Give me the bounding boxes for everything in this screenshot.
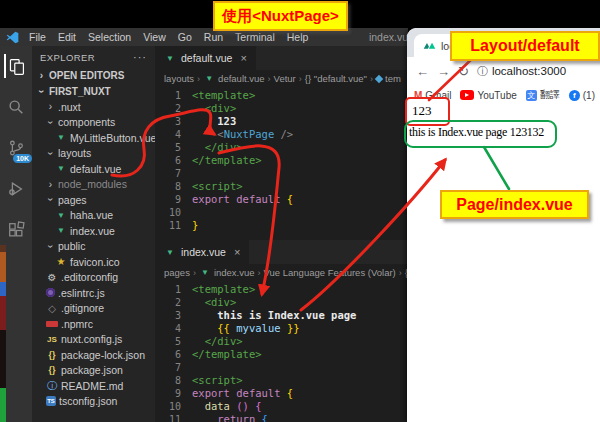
code-line[interactable]: 9export default {: [155, 387, 408, 400]
close-tab-icon[interactable]: ×: [240, 52, 246, 64]
breadcrumb-index-vue[interactable]: pages›▼index.vue›Vue Language Features (…: [155, 264, 408, 281]
code-line[interactable]: 1<template>: [155, 283, 408, 296]
code-line[interactable]: 2 <div>: [155, 296, 408, 309]
code-line[interactable]: 6</template>: [155, 348, 408, 361]
tab-default-vue[interactable]: ▼ default.vue ×: [155, 46, 256, 70]
code-line[interactable]: 4 {{ myvalue }}: [155, 322, 408, 335]
file-.npmrc[interactable]: .npmrc: [32, 316, 155, 332]
code-line[interactable]: 3 123: [155, 115, 408, 128]
ts-file-icon: TS: [46, 396, 56, 406]
file-node_modules[interactable]: ›node_modules: [32, 177, 155, 193]
breadcrumb-segment: layouts: [164, 73, 194, 84]
file-pages[interactable]: ›pages: [32, 192, 155, 208]
file-layouts[interactable]: ›layouts: [32, 146, 155, 162]
breadcrumb-default-vue[interactable]: layouts›▼default.vue›Vetur›{} "default.v…: [155, 70, 408, 87]
file-package-lock.json[interactable]: {}package-lock.json: [32, 347, 155, 363]
file-package.json[interactable]: {}package.json: [32, 363, 155, 379]
vue-file-icon: ▼: [55, 225, 67, 237]
menu-view[interactable]: View: [137, 31, 172, 43]
file-nuxt.config.js[interactable]: JSnuxt.config.js: [32, 332, 155, 348]
line-number: 5: [155, 141, 192, 154]
code-editor-default-vue[interactable]: 1<template>2 <div>3 1234 <NuxtPage />5 <…: [155, 87, 408, 240]
line-number: 1: [155, 89, 192, 102]
bookmark-facebook[interactable]: f(1): [569, 90, 595, 101]
editor-group-index-vue: ▼ index.vue × pages›▼index.vue›Vue Langu…: [155, 240, 408, 422]
code-line[interactable]: 10: [155, 206, 408, 219]
file-README.md[interactable]: ⓘREADME.md: [32, 378, 155, 394]
source-control-icon[interactable]: 10K: [4, 136, 28, 160]
close-tab-icon[interactable]: ×: [234, 246, 240, 258]
code-line[interactable]: 8<script>: [155, 374, 408, 387]
address-bar[interactable]: ⓘ localhost:3000: [477, 64, 566, 79]
menu-edit[interactable]: Edit: [52, 31, 82, 43]
project-root-folder[interactable]: › FIRST_NUXT: [32, 84, 155, 100]
file-index.vue[interactable]: ▼index.vue: [32, 223, 155, 239]
code-line[interactable]: 4 <NuxtPage />: [155, 128, 408, 141]
code-line[interactable]: 6</template>: [155, 154, 408, 167]
code-line[interactable]: 8<script>: [155, 180, 408, 193]
file-components[interactable]: ›components: [32, 115, 155, 131]
info-file-icon: ⓘ: [46, 380, 58, 392]
file-public[interactable]: ›public: [32, 239, 155, 255]
search-icon[interactable]: [4, 95, 28, 119]
annotation-label-page: Page/index.vue: [440, 190, 589, 219]
code-line[interactable]: 3 this is Index.vue page: [155, 309, 408, 322]
file-MyLittleButton.vue[interactable]: ▼MyLittleButton.vue: [32, 130, 155, 146]
site-info-icon[interactable]: ⓘ: [477, 64, 488, 79]
file-favicon.ico[interactable]: ★favicon.ico: [32, 254, 155, 270]
vue-file-icon: ▼: [199, 267, 211, 279]
explorer-icon[interactable]: [4, 54, 28, 78]
extensions-icon[interactable]: [4, 218, 28, 242]
vue-file-icon: ▼: [55, 132, 67, 144]
tab-bar-bottom: ▼ index.vue ×: [155, 240, 408, 264]
desktop-background-sliver: [0, 245, 6, 422]
file-.gitignore[interactable]: ◇.gitignore: [32, 301, 155, 317]
code-line[interactable]: 10 data () {: [155, 400, 408, 413]
line-number: 2: [155, 296, 192, 309]
file-tsconfig.json[interactable]: TStsconfig.json: [32, 394, 155, 410]
vscode-logo-icon: [5, 30, 19, 44]
menu-file[interactable]: File: [23, 31, 52, 43]
open-editors-section[interactable]: › OPEN EDITORS: [32, 68, 155, 84]
menu-terminal[interactable]: Terminal: [229, 31, 281, 43]
code-line[interactable]: 1<template>: [155, 89, 408, 102]
code-line[interactable]: 11 return {: [155, 413, 408, 422]
code-line[interactable]: 5 </div>: [155, 141, 408, 154]
file-default.vue[interactable]: ▼default.vue: [32, 161, 155, 177]
reload-icon[interactable]: ↻: [458, 65, 469, 78]
code-line[interactable]: 7: [155, 361, 408, 374]
code-line[interactable]: 2 <div>: [155, 102, 408, 115]
bookmark-translate[interactable]: 文翻譯: [526, 88, 560, 102]
annotation-label-nuxtpage: 使用<NuxtPage>: [213, 1, 348, 31]
code-line[interactable]: 7: [155, 167, 408, 180]
bookmark-youtube[interactable]: YouTube: [460, 90, 516, 101]
tab-index-vue[interactable]: ▼ index.vue ×: [155, 240, 249, 264]
breadcrumb-separator: ›: [299, 74, 302, 84]
file-.editorconfig[interactable]: ⚙.editorconfig: [32, 270, 155, 286]
line-number: 7: [155, 167, 192, 180]
code-line[interactable]: 9export default {: [155, 193, 408, 206]
file-tree: ›.nuxt›components▼MyLittleButton.vue›lay…: [32, 99, 155, 409]
vscode-menubar: FileEditSelectionViewGoRunTerminalHelp: [23, 31, 314, 43]
file-haha.vue[interactable]: ▼haha.vue: [32, 208, 155, 224]
menu-selection[interactable]: Selection: [82, 31, 137, 43]
code-line[interactable]: 5 </div>: [155, 335, 408, 348]
line-number: 11: [155, 219, 192, 232]
symbol-icon: [375, 74, 383, 82]
screenshot-root: FileEditSelectionViewGoRunTerminalHelp i…: [0, 0, 600, 422]
menu-help[interactable]: Help: [281, 31, 315, 43]
code-editor-index-vue[interactable]: 1<template>2 <div>3 this is Index.vue pa…: [155, 281, 408, 422]
editor-group-default-vue: ▼ default.vue × layouts›▼default.vue›Vet…: [155, 46, 408, 240]
file-.nuxt[interactable]: ›.nuxt: [32, 99, 155, 115]
gear-file-icon: ⚙: [46, 271, 58, 283]
back-icon[interactable]: ←: [416, 65, 429, 78]
run-debug-icon[interactable]: [4, 177, 28, 201]
code-line[interactable]: 11}: [155, 219, 408, 232]
chevron-icon: ›: [45, 242, 56, 251]
menu-go[interactable]: Go: [172, 31, 198, 43]
forward-icon[interactable]: →: [437, 65, 450, 78]
file-.eslintrc.js[interactable]: .eslintrc.js: [32, 285, 155, 301]
menu-run[interactable]: Run: [198, 31, 229, 43]
more-actions-icon[interactable]: ···: [133, 51, 147, 63]
braces-file-icon: {}: [46, 364, 58, 376]
